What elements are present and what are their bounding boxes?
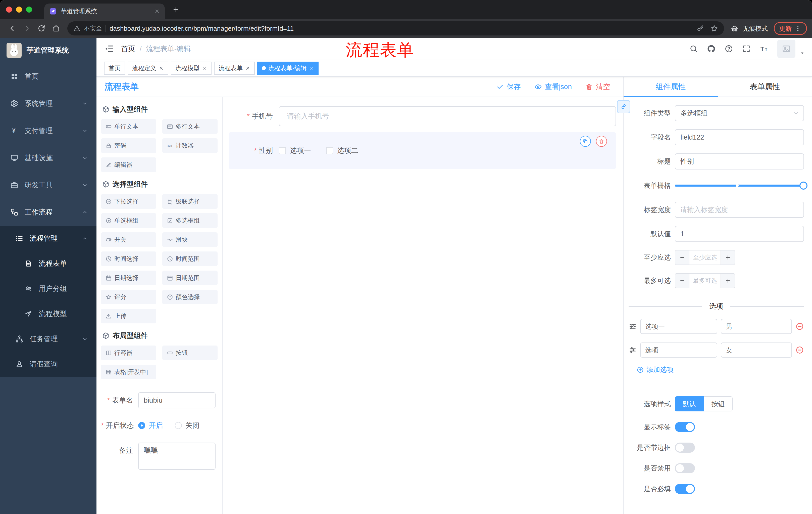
- window-minimize-button[interactable]: [16, 6, 22, 12]
- palette-item-multi-text[interactable]: 多行文本: [162, 119, 218, 134]
- slider-handle[interactable]: [800, 182, 808, 190]
- sidebar-item-workflow[interactable]: 工作流程: [0, 199, 96, 226]
- fullscreen-icon[interactable]: [742, 45, 751, 53]
- sidebar-item-user-group[interactable]: 用户分组: [0, 276, 96, 301]
- palette-item-slider[interactable]: 滑块: [162, 232, 218, 247]
- sidebar-item-home[interactable]: 首页: [0, 63, 96, 90]
- palette-item-time-picker[interactable]: 时间选择: [101, 251, 156, 266]
- avatar-caret-icon[interactable]: [800, 50, 805, 56]
- help-icon[interactable]: [725, 45, 733, 53]
- palette-item-switch[interactable]: 开关: [101, 232, 156, 247]
- tag-process-form-edit[interactable]: 流程表单-编辑: [257, 62, 319, 75]
- tag-process-definition[interactable]: 流程定义: [127, 62, 168, 75]
- gender-field-block[interactable]: 性别 选项一 选项二: [229, 132, 616, 169]
- default-value-input[interactable]: [675, 226, 804, 242]
- font-size-icon[interactable]: TT: [760, 45, 768, 53]
- style-default-button[interactable]: 默认: [675, 396, 704, 411]
- user-avatar[interactable]: [777, 40, 795, 58]
- breadcrumb-home[interactable]: 首页: [121, 44, 135, 54]
- sidebar-item-payment[interactable]: ¥ 支付管理: [0, 117, 96, 144]
- tag-close-icon[interactable]: [159, 65, 164, 71]
- browser-menu-icon[interactable]: [794, 25, 802, 32]
- status-off-radio[interactable]: 关闭: [175, 421, 200, 430]
- sidebar-item-leave-query[interactable]: 请假查询: [0, 352, 96, 377]
- remove-option-icon[interactable]: [795, 322, 804, 331]
- copy-field-button[interactable]: [580, 136, 591, 147]
- style-button-button[interactable]: 按钮: [704, 396, 733, 411]
- show-label-switch[interactable]: [675, 422, 695, 432]
- tag-close-icon[interactable]: [245, 65, 250, 71]
- save-button[interactable]: 保存: [496, 82, 521, 91]
- option-value-input[interactable]: [721, 343, 792, 358]
- phone-input[interactable]: [279, 106, 616, 126]
- github-icon[interactable]: [707, 45, 716, 53]
- title-input[interactable]: [675, 154, 804, 169]
- component-type-select[interactable]: 多选框组: [675, 105, 804, 121]
- palette-item-table[interactable]: 表格[开发中]: [101, 364, 156, 379]
- tab-form-props[interactable]: 表单属性: [718, 77, 812, 97]
- tag-process-model[interactable]: 流程模型: [171, 62, 211, 75]
- palette-item-rate[interactable]: 评分: [101, 290, 156, 304]
- palette-item-cascader[interactable]: 级联选择: [162, 194, 218, 209]
- palette-item-time-range[interactable]: 时间范围: [162, 251, 218, 266]
- palette-item-date-range[interactable]: 日期范围: [162, 271, 218, 285]
- drag-handle-icon[interactable]: [629, 346, 637, 354]
- address-bar[interactable]: 不安全 dashboard.yudao.iocoder.cn/bpm/manag…: [67, 21, 724, 35]
- drag-handle-icon[interactable]: [629, 322, 637, 330]
- tag-close-icon[interactable]: [202, 65, 207, 71]
- palette-item-button[interactable]: 按钮: [162, 346, 218, 360]
- forward-button[interactable]: [20, 21, 34, 35]
- view-json-button[interactable]: 查看json: [534, 82, 572, 91]
- new-tab-button[interactable]: [169, 2, 183, 17]
- gender-option1-checkbox[interactable]: 选项一: [279, 146, 311, 155]
- form-remark-textarea[interactable]: 嘿嘿: [138, 442, 215, 470]
- option-value-input[interactable]: [721, 319, 792, 334]
- sidebar-item-process-management[interactable]: 流程管理: [0, 226, 96, 251]
- sidebar-collapse-button[interactable]: [105, 44, 114, 54]
- browser-tab[interactable]: 芋道管理系统: [44, 3, 165, 19]
- sidebar-item-task-management[interactable]: 任务管理: [0, 326, 96, 352]
- stepper-increase-button[interactable]: [721, 250, 735, 265]
- bookmark-star-icon[interactable]: [710, 25, 718, 32]
- status-on-radio[interactable]: 开启: [138, 421, 163, 430]
- palette-item-color-picker[interactable]: 颜色选择: [162, 290, 218, 304]
- add-option-button[interactable]: 添加选项: [637, 365, 812, 374]
- option-label-input[interactable]: [640, 319, 717, 334]
- browser-update-button[interactable]: 更新: [774, 22, 807, 35]
- gender-option2-checkbox[interactable]: 选项二: [326, 146, 358, 155]
- stepper-value[interactable]: 至少应选: [689, 250, 721, 265]
- delete-field-button[interactable]: [596, 136, 607, 147]
- stepper-decrease-button[interactable]: [675, 250, 689, 265]
- window-close-button[interactable]: [6, 6, 12, 12]
- palette-item-editor[interactable]: 编辑器: [101, 157, 156, 172]
- home-button[interactable]: [49, 21, 63, 35]
- tag-close-icon[interactable]: [309, 65, 314, 71]
- tab-component-props[interactable]: 组件属性: [624, 77, 718, 97]
- security-warning-icon[interactable]: [74, 25, 80, 32]
- remove-option-icon[interactable]: [795, 346, 804, 354]
- required-switch[interactable]: [675, 484, 695, 494]
- palette-item-counter[interactable]: 123计数器: [162, 138, 218, 153]
- slider-track[interactable]: [675, 185, 804, 187]
- sidebar-item-process-model[interactable]: 流程模型: [0, 301, 96, 326]
- palette-item-select[interactable]: 下拉选择: [101, 194, 156, 209]
- stepper-increase-button[interactable]: [721, 274, 735, 288]
- palette-item-checkbox-group[interactable]: 多选框组: [162, 213, 218, 228]
- app-logo[interactable]: 芋道管理系统: [0, 38, 96, 63]
- disabled-switch[interactable]: [675, 463, 695, 473]
- link-fab-button[interactable]: [617, 100, 630, 113]
- palette-item-date-picker[interactable]: 日期选择: [101, 271, 156, 285]
- palette-item-upload[interactable]: 上传: [101, 309, 156, 323]
- sidebar-item-process-form[interactable]: 流程表单: [0, 251, 96, 276]
- window-zoom-button[interactable]: [26, 6, 32, 12]
- stepper-decrease-button[interactable]: [675, 274, 689, 288]
- sidebar-item-infrastructure[interactable]: 基础设施: [0, 144, 96, 171]
- palette-item-row-container[interactable]: 行容器: [101, 346, 156, 360]
- palette-item-radio-group[interactable]: 单选框组: [101, 213, 156, 228]
- search-icon[interactable]: [689, 45, 698, 53]
- tag-home[interactable]: 首页: [104, 62, 125, 75]
- form-grid-slider[interactable]: [675, 178, 804, 194]
- tab-close-icon[interactable]: [154, 8, 160, 14]
- reload-button[interactable]: [34, 21, 49, 35]
- clear-button[interactable]: 清空: [585, 82, 610, 91]
